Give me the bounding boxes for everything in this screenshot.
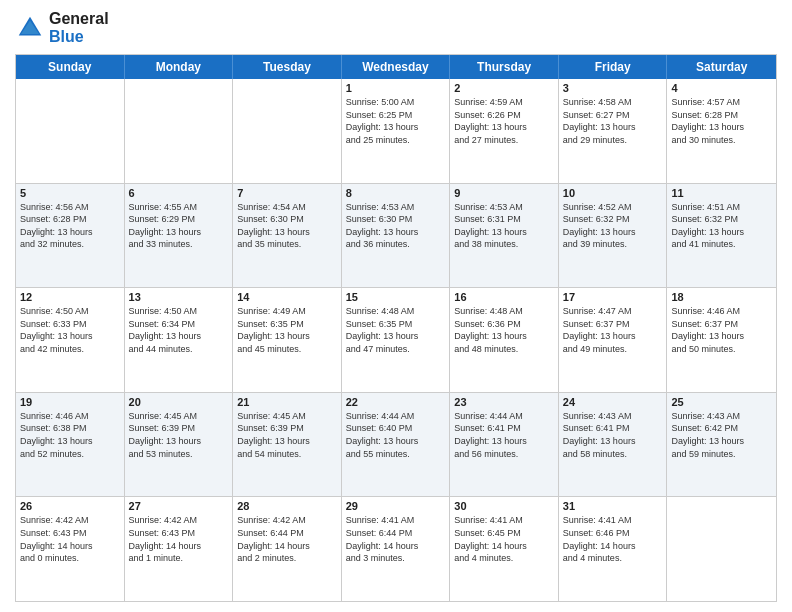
cell-info: Sunrise: 4:46 AM Sunset: 6:38 PM Dayligh… [20, 410, 120, 460]
day-number: 30 [454, 500, 554, 512]
page: General Blue SundayMondayTuesdayWednesda… [0, 0, 792, 612]
cell-info: Sunrise: 4:48 AM Sunset: 6:35 PM Dayligh… [346, 305, 446, 355]
day-cell-6: 6Sunrise: 4:55 AM Sunset: 6:29 PM Daylig… [125, 184, 234, 288]
header-day-thursday: Thursday [450, 55, 559, 79]
day-cell-12: 12Sunrise: 4:50 AM Sunset: 6:33 PM Dayli… [16, 288, 125, 392]
day-cell-9: 9Sunrise: 4:53 AM Sunset: 6:31 PM Daylig… [450, 184, 559, 288]
cell-info: Sunrise: 4:43 AM Sunset: 6:41 PM Dayligh… [563, 410, 663, 460]
day-cell-1: 1Sunrise: 5:00 AM Sunset: 6:25 PM Daylig… [342, 79, 451, 183]
calendar-week-4: 26Sunrise: 4:42 AM Sunset: 6:43 PM Dayli… [16, 496, 776, 601]
day-number: 9 [454, 187, 554, 199]
logo-icon [15, 13, 45, 43]
logo: General Blue [15, 10, 109, 46]
day-cell-2: 2Sunrise: 4:59 AM Sunset: 6:26 PM Daylig… [450, 79, 559, 183]
day-cell-4: 4Sunrise: 4:57 AM Sunset: 6:28 PM Daylig… [667, 79, 776, 183]
day-number: 2 [454, 82, 554, 94]
day-cell-18: 18Sunrise: 4:46 AM Sunset: 6:37 PM Dayli… [667, 288, 776, 392]
day-number: 16 [454, 291, 554, 303]
day-cell-13: 13Sunrise: 4:50 AM Sunset: 6:34 PM Dayli… [125, 288, 234, 392]
calendar-week-2: 12Sunrise: 4:50 AM Sunset: 6:33 PM Dayli… [16, 287, 776, 392]
day-number: 3 [563, 82, 663, 94]
day-number: 10 [563, 187, 663, 199]
calendar-week-1: 5Sunrise: 4:56 AM Sunset: 6:28 PM Daylig… [16, 183, 776, 288]
day-number: 24 [563, 396, 663, 408]
day-cell-27: 27Sunrise: 4:42 AM Sunset: 6:43 PM Dayli… [125, 497, 234, 601]
empty-cell [16, 79, 125, 183]
day-cell-17: 17Sunrise: 4:47 AM Sunset: 6:37 PM Dayli… [559, 288, 668, 392]
header-day-tuesday: Tuesday [233, 55, 342, 79]
day-cell-3: 3Sunrise: 4:58 AM Sunset: 6:27 PM Daylig… [559, 79, 668, 183]
day-number: 7 [237, 187, 337, 199]
day-number: 12 [20, 291, 120, 303]
day-cell-19: 19Sunrise: 4:46 AM Sunset: 6:38 PM Dayli… [16, 393, 125, 497]
day-cell-25: 25Sunrise: 4:43 AM Sunset: 6:42 PM Dayli… [667, 393, 776, 497]
day-number: 21 [237, 396, 337, 408]
cell-info: Sunrise: 4:57 AM Sunset: 6:28 PM Dayligh… [671, 96, 772, 146]
day-number: 27 [129, 500, 229, 512]
cell-info: Sunrise: 4:50 AM Sunset: 6:33 PM Dayligh… [20, 305, 120, 355]
day-cell-24: 24Sunrise: 4:43 AM Sunset: 6:41 PM Dayli… [559, 393, 668, 497]
day-cell-20: 20Sunrise: 4:45 AM Sunset: 6:39 PM Dayli… [125, 393, 234, 497]
day-number: 6 [129, 187, 229, 199]
day-cell-29: 29Sunrise: 4:41 AM Sunset: 6:44 PM Dayli… [342, 497, 451, 601]
cell-info: Sunrise: 4:41 AM Sunset: 6:44 PM Dayligh… [346, 514, 446, 564]
day-number: 29 [346, 500, 446, 512]
cell-info: Sunrise: 4:46 AM Sunset: 6:37 PM Dayligh… [671, 305, 772, 355]
calendar: SundayMondayTuesdayWednesdayThursdayFrid… [15, 54, 777, 602]
header-day-friday: Friday [559, 55, 668, 79]
header: General Blue [15, 10, 777, 46]
day-number: 20 [129, 396, 229, 408]
cell-info: Sunrise: 5:00 AM Sunset: 6:25 PM Dayligh… [346, 96, 446, 146]
calendar-week-0: 1Sunrise: 5:00 AM Sunset: 6:25 PM Daylig… [16, 79, 776, 183]
day-number: 15 [346, 291, 446, 303]
day-cell-26: 26Sunrise: 4:42 AM Sunset: 6:43 PM Dayli… [16, 497, 125, 601]
day-cell-8: 8Sunrise: 4:53 AM Sunset: 6:30 PM Daylig… [342, 184, 451, 288]
empty-cell [125, 79, 234, 183]
cell-info: Sunrise: 4:44 AM Sunset: 6:41 PM Dayligh… [454, 410, 554, 460]
cell-info: Sunrise: 4:41 AM Sunset: 6:46 PM Dayligh… [563, 514, 663, 564]
cell-info: Sunrise: 4:56 AM Sunset: 6:28 PM Dayligh… [20, 201, 120, 251]
day-cell-5: 5Sunrise: 4:56 AM Sunset: 6:28 PM Daylig… [16, 184, 125, 288]
day-number: 26 [20, 500, 120, 512]
cell-info: Sunrise: 4:42 AM Sunset: 6:44 PM Dayligh… [237, 514, 337, 564]
cell-info: Sunrise: 4:50 AM Sunset: 6:34 PM Dayligh… [129, 305, 229, 355]
logo-text: General Blue [49, 10, 109, 46]
day-number: 5 [20, 187, 120, 199]
day-number: 13 [129, 291, 229, 303]
header-day-monday: Monday [125, 55, 234, 79]
day-cell-23: 23Sunrise: 4:44 AM Sunset: 6:41 PM Dayli… [450, 393, 559, 497]
day-number: 14 [237, 291, 337, 303]
day-cell-31: 31Sunrise: 4:41 AM Sunset: 6:46 PM Dayli… [559, 497, 668, 601]
cell-info: Sunrise: 4:49 AM Sunset: 6:35 PM Dayligh… [237, 305, 337, 355]
day-number: 25 [671, 396, 772, 408]
calendar-header-row: SundayMondayTuesdayWednesdayThursdayFrid… [16, 55, 776, 79]
cell-info: Sunrise: 4:41 AM Sunset: 6:45 PM Dayligh… [454, 514, 554, 564]
day-number: 8 [346, 187, 446, 199]
cell-info: Sunrise: 4:58 AM Sunset: 6:27 PM Dayligh… [563, 96, 663, 146]
day-number: 23 [454, 396, 554, 408]
cell-info: Sunrise: 4:45 AM Sunset: 6:39 PM Dayligh… [129, 410, 229, 460]
empty-cell [667, 497, 776, 601]
day-number: 19 [20, 396, 120, 408]
cell-info: Sunrise: 4:42 AM Sunset: 6:43 PM Dayligh… [20, 514, 120, 564]
day-cell-22: 22Sunrise: 4:44 AM Sunset: 6:40 PM Dayli… [342, 393, 451, 497]
header-day-saturday: Saturday [667, 55, 776, 79]
cell-info: Sunrise: 4:45 AM Sunset: 6:39 PM Dayligh… [237, 410, 337, 460]
cell-info: Sunrise: 4:55 AM Sunset: 6:29 PM Dayligh… [129, 201, 229, 251]
empty-cell [233, 79, 342, 183]
cell-info: Sunrise: 4:47 AM Sunset: 6:37 PM Dayligh… [563, 305, 663, 355]
calendar-week-3: 19Sunrise: 4:46 AM Sunset: 6:38 PM Dayli… [16, 392, 776, 497]
cell-info: Sunrise: 4:48 AM Sunset: 6:36 PM Dayligh… [454, 305, 554, 355]
day-cell-21: 21Sunrise: 4:45 AM Sunset: 6:39 PM Dayli… [233, 393, 342, 497]
day-cell-28: 28Sunrise: 4:42 AM Sunset: 6:44 PM Dayli… [233, 497, 342, 601]
calendar-body: 1Sunrise: 5:00 AM Sunset: 6:25 PM Daylig… [16, 79, 776, 601]
cell-info: Sunrise: 4:59 AM Sunset: 6:26 PM Dayligh… [454, 96, 554, 146]
day-number: 17 [563, 291, 663, 303]
header-day-wednesday: Wednesday [342, 55, 451, 79]
cell-info: Sunrise: 4:51 AM Sunset: 6:32 PM Dayligh… [671, 201, 772, 251]
cell-info: Sunrise: 4:53 AM Sunset: 6:31 PM Dayligh… [454, 201, 554, 251]
cell-info: Sunrise: 4:53 AM Sunset: 6:30 PM Dayligh… [346, 201, 446, 251]
day-cell-14: 14Sunrise: 4:49 AM Sunset: 6:35 PM Dayli… [233, 288, 342, 392]
day-number: 31 [563, 500, 663, 512]
cell-info: Sunrise: 4:54 AM Sunset: 6:30 PM Dayligh… [237, 201, 337, 251]
